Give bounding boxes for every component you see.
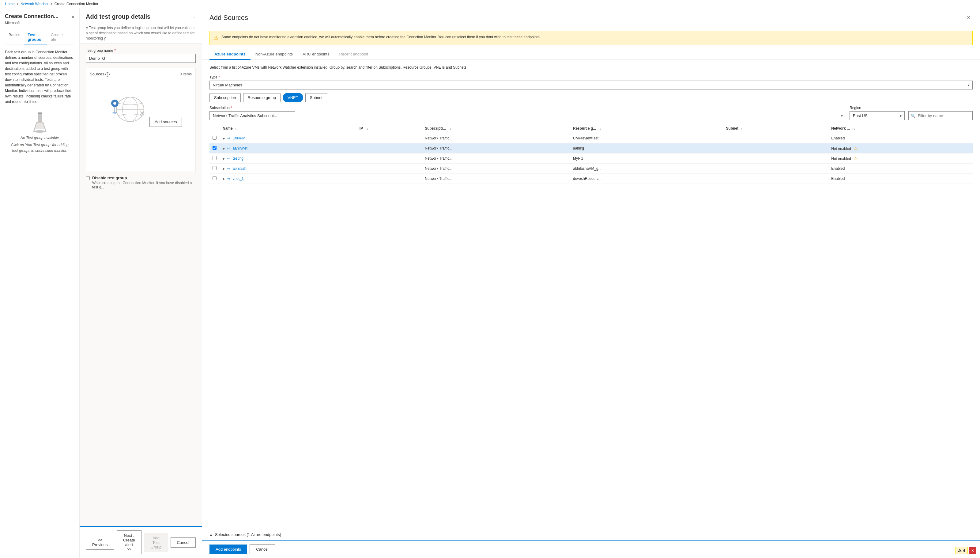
add-endpoints-button[interactable]: Add endpoints: [209, 545, 247, 554]
row2-expand-button[interactable]: ▶: [223, 147, 225, 150]
row5-name-link[interactable]: vnet_1: [233, 177, 244, 181]
th-resource-group[interactable]: Resource g... ↑↓: [570, 124, 723, 133]
panel-body: Test group name * Sources i 0 Items: [80, 44, 202, 526]
row2-resource-group-cell: aahilrg: [570, 143, 723, 154]
subscription-select[interactable]: Network Traffic Analytics Subscript...: [209, 111, 295, 120]
sidebar-item-basics[interactable]: Basics: [5, 30, 24, 44]
right-panel-header: Add Sources ×: [202, 8, 980, 27]
row1-name-link[interactable]: DtlNPM..: [233, 136, 247, 140]
row4-subscription-cell: Network Traffic...: [422, 164, 570, 174]
add-sources-button[interactable]: Add sources: [149, 117, 182, 127]
right-panel-body: Select from a list of Azure VMs with Net…: [202, 60, 980, 529]
filter-subscription-button[interactable]: Subscription: [209, 93, 241, 102]
row4-name-link[interactable]: abhilash.: [233, 166, 247, 171]
row2-ip-cell: [357, 143, 422, 154]
th-checkbox: [209, 124, 219, 133]
row3-resource-group-cell: MyRG: [570, 154, 723, 164]
row3-network-cell: Not enabled ⚠: [828, 154, 973, 164]
tab-arc-endpoints[interactable]: ARC endpoints: [298, 49, 334, 59]
row5-checkbox[interactable]: [213, 176, 216, 180]
row2-name-link[interactable]: aahilvnet: [233, 146, 247, 151]
row5-subscription-cell: Network Traffic...: [422, 174, 570, 184]
row3-ip-cell: [357, 154, 422, 164]
row1-vm-icon: ⇔: [227, 136, 230, 140]
type-select[interactable]: Virtual Machines: [209, 80, 973, 89]
row2-vm-icon: ⇔: [227, 146, 230, 151]
sources-info-icon[interactable]: i: [105, 72, 110, 77]
row5-network-cell: Enabled: [828, 174, 973, 184]
row4-checkbox[interactable]: [213, 166, 216, 170]
th-network[interactable]: Network ... ↑↓: [828, 124, 973, 133]
row4-subnet-cell: [723, 164, 828, 174]
disable-test-group-checkbox[interactable]: [86, 176, 90, 180]
row1-subscription-cell: Network Traffic...: [422, 133, 570, 143]
row1-name-cell: ▶ ⇔ DtlNPM..: [219, 133, 357, 143]
right-cancel-button[interactable]: Cancel: [250, 544, 275, 554]
sidebar-nav: Basics Test groups Create ale ...: [5, 30, 74, 44]
filter-by-name-input[interactable]: [908, 111, 973, 120]
row3-subscription-cell: Network Traffic...: [422, 154, 570, 164]
sidebar-more-options[interactable]: ...: [67, 30, 74, 44]
breadcrumb-home[interactable]: Home: [5, 2, 15, 6]
sort-ip-arrows: ↑↓: [365, 127, 368, 130]
filter-resource-group-button[interactable]: Resource group: [243, 93, 281, 102]
panel-more-options[interactable]: ⋯: [190, 13, 196, 20]
row1-checkbox[interactable]: [213, 136, 216, 140]
close-button[interactable]: ×: [964, 13, 973, 22]
no-test-group-text: No Test group available: [21, 135, 59, 141]
sources-section: Sources i 0 Items: [86, 68, 196, 172]
row4-vm-icon: ⇔: [227, 166, 230, 171]
breadcrumb-sep2: >: [51, 2, 53, 6]
filter-subnet-button[interactable]: Subnet: [305, 93, 327, 102]
row3-name-link[interactable]: testing....: [233, 156, 248, 161]
row5-checkbox-cell: [209, 174, 219, 184]
sort-subscription-arrows: ↑↓: [448, 127, 451, 130]
error-count: 4: [963, 548, 965, 553]
row4-expand-button[interactable]: ▶: [223, 167, 225, 171]
middle-panel: Add test group details ⋯ A Test group le…: [80, 8, 202, 558]
sidebar-description: Each test group in Connection Monitor de…: [5, 49, 74, 105]
row5-expand-button[interactable]: ▶: [223, 177, 225, 181]
row1-network-cell: Enabled: [828, 133, 973, 143]
th-subscription[interactable]: Subscripti... ↑↓: [422, 124, 570, 133]
sidebar-item-test-groups[interactable]: Test groups: [24, 30, 47, 44]
table-header-row: Name ↑↓ IP ↑↓ Subscripti... ↑↓: [209, 124, 973, 133]
type-select-wrapper: Virtual Machines ▼: [209, 80, 973, 89]
filter-vnet-button[interactable]: VNET: [283, 93, 303, 102]
th-name[interactable]: Name ↑↓: [219, 124, 357, 133]
cancel-button[interactable]: Cancel: [170, 537, 196, 548]
th-ip[interactable]: IP ↑↓: [357, 124, 422, 133]
table-row: ▶ ⇔ vnet_1 Network Traffic... deveshReso…: [209, 174, 973, 184]
selected-sources-footer[interactable]: ▲ Selected sources (1 Azure endpoints): [202, 529, 980, 540]
row4-name-cell: ▶ ⇔ abhilash.: [219, 164, 357, 174]
test-group-name-field: Test group name *: [86, 48, 196, 63]
sources-label: Sources i: [90, 72, 110, 77]
tab-azure-endpoints[interactable]: Azure endpoints: [209, 49, 250, 59]
error-close-button[interactable]: ✕: [969, 547, 976, 554]
chevron-up-icon: ▲: [209, 533, 213, 536]
row3-expand-button[interactable]: ▶: [223, 157, 225, 160]
row3-name-cell: ▶ ⇔ testing....: [219, 154, 357, 164]
breadcrumb-network-watcher[interactable]: Network Watcher: [21, 2, 49, 6]
error-badge-container: ⚠ 4 ✕: [955, 547, 976, 554]
row2-checkbox[interactable]: [213, 146, 216, 150]
previous-button[interactable]: << Previous: [86, 535, 114, 550]
test-group-name-input[interactable]: [86, 54, 196, 63]
disable-test-group-label: Disable test group: [92, 176, 196, 180]
row2-checkbox-cell: [209, 143, 219, 154]
row2-name-cell: ▶ ⇔ aahilvnet: [219, 143, 357, 154]
row5-subnet-cell: [723, 174, 828, 184]
region-select-wrapper: East US ▼: [849, 111, 905, 120]
endpoints-table: Name ↑↓ IP ↑↓ Subscripti... ↑↓: [209, 124, 973, 184]
subscription-field: Subscription * Network Traffic Analytics…: [209, 106, 846, 120]
region-select[interactable]: East US: [849, 111, 905, 120]
row3-checkbox-cell: [209, 154, 219, 164]
tab-non-azure-endpoints[interactable]: Non-Azure endpoints: [250, 49, 298, 59]
row3-vm-icon: ⇔: [227, 156, 230, 161]
subscription-select-arrow: ▼: [840, 114, 843, 117]
row1-expand-button[interactable]: ▶: [223, 137, 225, 140]
next-create-alert-button[interactable]: Next : Create alert >>: [117, 530, 142, 554]
th-subnet[interactable]: Subnet ↑↓: [723, 124, 828, 133]
row3-checkbox[interactable]: [213, 156, 216, 160]
collapse-sidebar-button[interactable]: «: [72, 14, 74, 20]
